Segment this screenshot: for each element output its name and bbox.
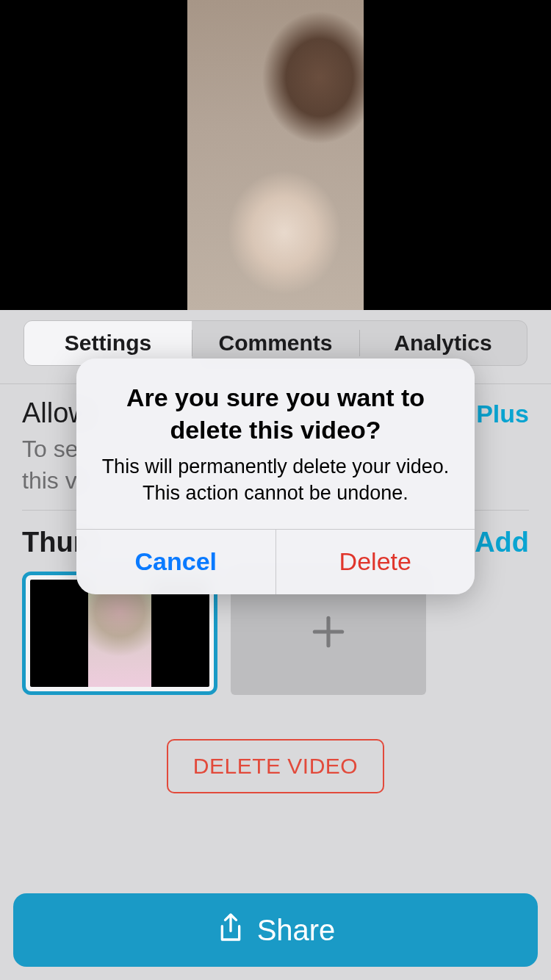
- delete-confirm-alert: Are you sure you want to delete this vid…: [76, 359, 475, 594]
- alert-message: This will permanently delete your video.…: [96, 453, 455, 507]
- modal-overlay: Are you sure you want to delete this vid…: [0, 0, 551, 980]
- alert-body: Are you sure you want to delete this vid…: [76, 359, 475, 529]
- screen: Settings Comments Analytics Allow Plus T…: [0, 0, 551, 980]
- delete-label: Delete: [339, 547, 411, 576]
- cancel-label: Cancel: [135, 547, 217, 576]
- cancel-button[interactable]: Cancel: [76, 530, 276, 594]
- alert-actions: Cancel Delete: [76, 529, 475, 594]
- alert-title: Are you sure you want to delete this vid…: [96, 382, 455, 446]
- delete-button[interactable]: Delete: [276, 530, 475, 594]
